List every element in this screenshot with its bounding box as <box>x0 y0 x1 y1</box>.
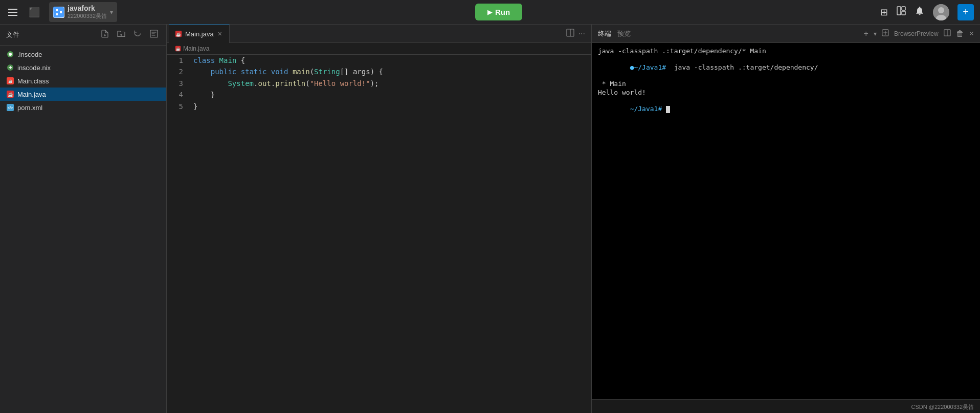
code-line-2: 2 public static void main(String[] args)… <box>167 66 591 77</box>
code-line-1: 1 class Main { <box>167 55 591 66</box>
layout-icon[interactable] <box>896 6 906 18</box>
file-item-inscode[interactable]: .inscode <box>0 48 166 61</box>
sidebar: 文件 .insco <box>0 25 167 413</box>
main-area: 文件 .insco <box>0 25 980 413</box>
project-icon <box>53 7 64 18</box>
class-file-icon: ☕ <box>6 77 14 85</box>
code-line-5: 5 } <box>167 101 591 112</box>
run-label: Run <box>495 8 510 16</box>
svg-text:</>: </> <box>8 106 13 110</box>
code-line-4: 4 } <box>167 89 591 100</box>
editor-area: ☕ Main.java × ··· ☕ Main.java 1 class Ma… <box>167 25 591 413</box>
sidebar-title: 文件 <box>6 30 19 39</box>
svg-text:☕: ☕ <box>8 92 14 98</box>
tab-actions: ··· <box>562 29 589 38</box>
topbar: ⬛ javafork 222000332吴笛 ▾ ▶ Run ⊞ + <box>0 0 980 25</box>
breadcrumb-label: Main.java <box>183 45 209 52</box>
add-button[interactable]: + <box>957 4 974 20</box>
terminal-title-label[interactable]: 终端 <box>598 29 611 38</box>
avatar[interactable] <box>933 4 949 20</box>
svg-rect-6 <box>902 11 905 15</box>
add-terminal-button[interactable]: + <box>864 29 868 38</box>
term-line-2: ●~/Java1# java -classpath .:target/depen… <box>598 56 974 79</box>
project-badge[interactable]: javafork 222000332吴笛 ▾ <box>49 2 117 22</box>
preview-title-label[interactable]: 预览 <box>617 29 631 38</box>
svg-rect-2 <box>56 13 58 15</box>
svg-rect-0 <box>54 7 64 17</box>
grid-icon[interactable]: ⊞ <box>880 7 888 18</box>
terminal-actions: + ▾ BrowserPreview 🗑 × <box>864 29 974 38</box>
line-content-2: public static void main(String[] args) { <box>191 66 591 77</box>
new-file-button[interactable] <box>99 29 111 41</box>
tab-label: Main.java <box>185 30 214 38</box>
line-content-4: } <box>191 89 591 100</box>
file-item-pom-xml[interactable]: </> pom.xml <box>0 101 166 114</box>
svg-rect-5 <box>902 7 905 10</box>
topbar-center: ▶ Run <box>117 4 880 20</box>
play-icon: ▶ <box>487 9 492 16</box>
run-button[interactable]: ▶ Run <box>475 4 522 20</box>
term-line-prompt: ~/Java1# <box>598 97 974 121</box>
sidebar-toggle-icon[interactable]: ⬛ <box>25 5 44 20</box>
term-line-1: java -classpath .:target/dependency/* Ma… <box>598 47 974 55</box>
refresh-button[interactable] <box>131 29 144 41</box>
line-num-4: 4 <box>167 89 191 100</box>
new-folder-button[interactable] <box>115 29 127 41</box>
topbar-right: ⊞ + <box>880 4 974 20</box>
project-name-label: javafork <box>68 4 107 12</box>
terminal-panel: 终端 预览 + ▾ BrowserPreview 🗑 × java -class… <box>591 25 980 413</box>
collapse-button[interactable] <box>148 29 160 41</box>
hamburger-menu[interactable] <box>6 7 19 18</box>
topbar-left: ⬛ javafork 222000332吴笛 ▾ <box>6 2 117 22</box>
file-name-class: Main.class <box>17 77 49 85</box>
line-num-5: 5 <box>167 101 191 112</box>
split-editor-button[interactable] <box>566 29 574 38</box>
line-content-3: System.out.println("Hello world!"); <box>191 78 591 89</box>
svg-rect-1 <box>56 9 58 11</box>
svg-text:☕: ☕ <box>176 47 181 51</box>
file-name-nix: inscode.nix <box>17 64 51 72</box>
browser-preview-label: BrowserPreview <box>894 30 939 37</box>
terminal-close-button[interactable]: × <box>969 29 974 38</box>
sidebar-actions <box>99 29 160 41</box>
terminal-cursor <box>666 106 670 113</box>
file-name-inscode: .inscode <box>17 51 42 58</box>
file-item-main-java[interactable]: ☕ Main.java <box>0 88 166 101</box>
chevron-down-icon: ▾ <box>110 9 113 16</box>
bell-icon[interactable] <box>915 6 925 18</box>
svg-rect-3 <box>60 11 62 13</box>
terminal-content[interactable]: java -classpath .:target/dependency/* Ma… <box>592 43 980 399</box>
line-num-1: 1 <box>167 55 191 66</box>
line-num-3: 3 <box>167 78 191 89</box>
file-item-main-class[interactable]: ☕ Main.class <box>0 74 166 88</box>
svg-text:☕: ☕ <box>8 79 13 83</box>
svg-rect-4 <box>897 7 901 15</box>
sidebar-header: 文件 <box>0 25 166 46</box>
tab-close-button[interactable]: × <box>217 30 223 38</box>
xml-file-icon: </> <box>6 103 14 112</box>
code-line-3: 3 System.out.println("Hello world!"); <box>167 78 591 89</box>
java-file-icon: ☕ <box>6 90 14 98</box>
nix-file-icon <box>6 63 14 72</box>
more-actions-button[interactable]: ··· <box>578 29 585 38</box>
line-content-1: class Main { <box>191 55 591 66</box>
svg-text:☕: ☕ <box>176 32 181 37</box>
project-sub-label: 222000332吴笛 <box>68 12 107 20</box>
file-item-inscode-nix[interactable]: inscode.nix <box>0 61 166 74</box>
tab-main-java[interactable]: ☕ Main.java × <box>169 25 230 43</box>
term-line-hello: Hello world! <box>598 89 974 96</box>
browser-preview-button[interactable] <box>882 29 889 38</box>
footer-text: CSDN @222000332吴笛 <box>911 404 974 410</box>
editor-tabs: ☕ Main.java × ··· <box>167 25 591 43</box>
split-terminal-icon[interactable]: ▾ <box>874 30 877 37</box>
file-name-main-java: Main.java <box>17 91 46 98</box>
terminal-header: 终端 预览 + ▾ BrowserPreview 🗑 × <box>592 25 980 43</box>
line-content-5: } <box>191 101 591 112</box>
terminal-delete-button[interactable]: 🗑 <box>956 29 964 38</box>
breadcrumb: ☕ Main.java <box>167 43 591 55</box>
terminal-split-button[interactable] <box>944 29 951 38</box>
inscode-file-icon <box>6 50 14 58</box>
file-name-pom-xml: pom.xml <box>17 104 42 112</box>
svg-point-8 <box>938 7 944 13</box>
code-editor[interactable]: 1 class Main { 2 public static void main… <box>167 55 591 413</box>
